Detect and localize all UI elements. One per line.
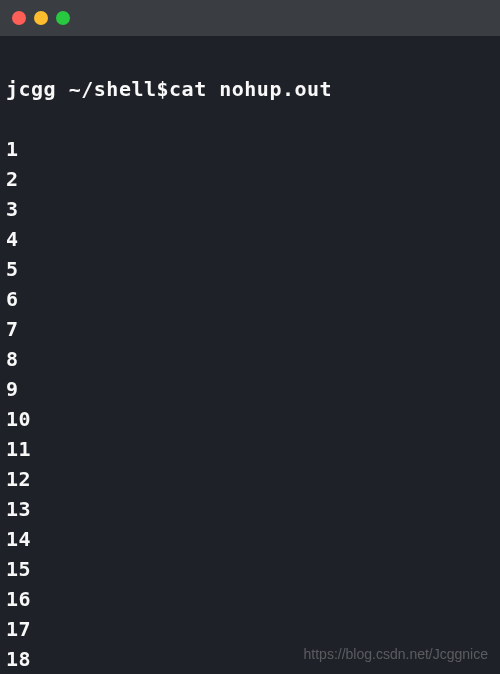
output-line: 2	[6, 164, 494, 194]
prompt-path: ~/shell	[56, 74, 156, 104]
output-line: 6	[6, 284, 494, 314]
prompt-symbol: $	[157, 74, 170, 104]
output-line: 4	[6, 224, 494, 254]
output-line: 15	[6, 554, 494, 584]
minimize-icon[interactable]	[34, 11, 48, 25]
output-line: 14	[6, 524, 494, 554]
output-line: 17	[6, 614, 494, 644]
output-line: 7	[6, 314, 494, 344]
watermark-text: https://blog.csdn.net/Jcggnice	[304, 646, 488, 662]
output-line: 12	[6, 464, 494, 494]
close-icon[interactable]	[12, 11, 26, 25]
output-line: 13	[6, 494, 494, 524]
output-line: 16	[6, 584, 494, 614]
window-title-bar	[0, 0, 500, 36]
output-container: 1234567891011121314151617181920	[6, 134, 494, 674]
terminal[interactable]: jcgg ~/shell$cat nohup.out 1234567891011…	[0, 36, 500, 674]
command-text: cat nohup.out	[169, 74, 332, 104]
output-line: 3	[6, 194, 494, 224]
output-line: 1	[6, 134, 494, 164]
output-line: 9	[6, 374, 494, 404]
prompt-user: jcgg	[6, 74, 56, 104]
output-line: 10	[6, 404, 494, 434]
prompt-line-1: jcgg ~/shell$cat nohup.out	[6, 74, 494, 104]
output-line: 8	[6, 344, 494, 374]
output-line: 5	[6, 254, 494, 284]
maximize-icon[interactable]	[56, 11, 70, 25]
output-line: 11	[6, 434, 494, 464]
